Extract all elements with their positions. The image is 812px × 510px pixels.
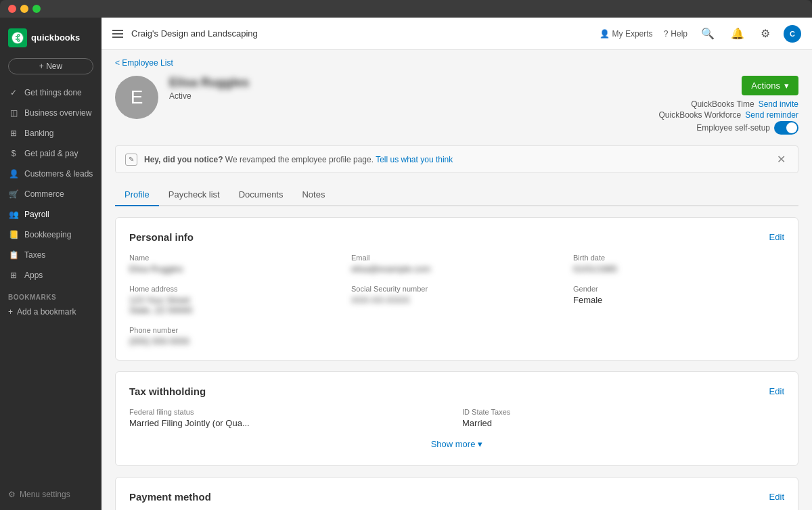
apps-icon: ⊞ [8,270,19,281]
phone-field: Phone number (555) 555-5555 [129,326,340,346]
id-state-taxes-field: ID State Taxes Married [462,408,784,428]
dollar-icon: $ [8,148,19,159]
tab-paycheck-list[interactable]: Paycheck list [159,184,229,206]
actions-label: Actions [751,80,780,91]
sidebar-item-get-paid-pay[interactable]: $ Get paid & pay [0,143,102,164]
add-bookmark-button[interactable]: + Add a bookmark [0,304,102,320]
notice-bold: Hey, did you notice? [144,155,223,164]
sidebar-item-apps[interactable]: ⊞ Apps [0,265,102,285]
phone-label: Phone number [129,326,340,334]
sidebar-item-banking[interactable]: ⊞ Banking [0,123,102,143]
sidebar: quickbooks + New ✓ Get things done ◫ Bus… [0,18,102,510]
sidebar-item-taxes[interactable]: 📋 Taxes [0,245,102,265]
sidebar-logo: quickbooks [0,23,102,58]
chart-icon: ◫ [8,108,19,118]
self-setup-toggle[interactable] [774,121,798,135]
gender-field: Gender Female [573,285,784,315]
sidebar-item-commerce[interactable]: 🛒 Commerce [0,184,102,204]
notice-link[interactable]: Tell us what you think [376,155,453,164]
add-bookmark-label: Add a bookmark [17,307,76,317]
actions-button[interactable]: Actions ▾ [742,76,798,95]
ssn-value: XXX-XX-XXXX [351,295,562,305]
notice-icon: ✎ [125,154,137,166]
payment-method-edit-link[interactable]: Edit [769,492,784,502]
ssn-label: Social Security number [351,285,562,293]
sidebar-item-bookkeeping[interactable]: 📒 Bookkeeping [0,225,102,245]
bookmarks-section-title: BOOKMARKS [0,285,102,304]
sidebar-item-customers-leads[interactable]: 👤 Customers & leads [0,164,102,184]
qb-links: QuickBooks Time Send invite QuickBooks W… [658,99,798,135]
user-avatar[interactable]: C [784,25,801,43]
personal-info-title: Personal info [129,231,194,243]
commerce-icon: 🛒 [8,189,19,200]
notifications-button[interactable]: 🔔 [728,24,747,43]
experts-icon: 👤 [600,29,610,39]
sidebar-item-label: Banking [24,129,53,138]
bell-icon: 🔔 [731,28,744,39]
notice-close-button[interactable]: ✕ [774,153,788,166]
minimize-button[interactable] [20,5,28,13]
home-address-line2: State, ZZ 00000 [129,305,340,315]
qb-workforce-label: QuickBooks Workforce [658,110,741,120]
show-more-label: Show more [431,439,476,449]
bank-icon: ⊞ [8,128,19,139]
id-state-taxes-value: Married [462,418,784,428]
tax-withholding-title: Tax withholding [129,386,206,397]
phone-value: (555) 555-5555 [129,336,340,346]
tab-profile[interactable]: Profile [115,184,159,206]
settings-button[interactable]: ⚙ [758,24,773,43]
employee-info: Elisa Ruggles Active [169,76,658,101]
tab-documents[interactable]: Documents [229,184,293,206]
tab-notes[interactable]: Notes [292,184,334,206]
ssn-field: Social Security number XXX-XX-XXXX [351,285,562,315]
name-label: Name [129,254,340,262]
company-name: Craig's Design and Landscaping [131,28,258,39]
email-label: Email [351,254,562,262]
search-button[interactable]: 🔍 [698,24,717,43]
topbar-right: 👤 My Experts ? Help 🔍 🔔 ⚙ C [600,24,801,43]
menu-settings-label: Menu settings [20,490,70,499]
people-icon: 👤 [8,168,19,179]
home-address-label: Home address [129,285,340,293]
sidebar-item-get-things-done[interactable]: ✓ Get things done [0,83,102,103]
topbar-left: Craig's Design and Landscaping [112,28,600,39]
maximize-button[interactable] [32,5,41,13]
tax-withholding-header: Tax withholding Edit [129,386,784,397]
sidebar-item-label: Taxes [24,250,45,260]
sidebar-item-label: Payroll [24,210,49,219]
tax-withholding-edit-link[interactable]: Edit [769,386,784,396]
self-setup-label: Employee self-setup [696,123,770,133]
personal-info-edit-link[interactable]: Edit [769,232,784,242]
sidebar-item-label: Apps [24,271,43,280]
show-more-button[interactable]: Show more ▾ [129,436,784,452]
help-label: Help [671,29,687,39]
hamburger-button[interactable] [112,30,123,38]
sidebar-item-payroll[interactable]: 👥 Payroll [0,204,102,225]
payment-method-header: Payment method Edit [129,491,784,503]
employee-actions-right: Actions ▾ QuickBooks Time Send invite Qu… [658,76,798,135]
notice-body: We revamped the employee profile page. [225,155,376,164]
menu-settings-button[interactable]: ⚙ Menu settings [0,484,102,505]
send-invite-link[interactable]: Send invite [759,99,798,109]
new-button[interactable]: + New [8,58,93,74]
main-content: Craig's Design and Landscaping 👤 My Expe… [102,18,812,510]
close-button[interactable] [8,5,16,13]
gender-label: Gender [573,285,784,293]
my-experts-button[interactable]: 👤 My Experts [600,29,653,39]
employee-name: Elisa Ruggles [169,76,658,90]
email-value: elisa@example.com [351,264,562,274]
payroll-icon: 👥 [8,209,19,220]
help-button[interactable]: ? Help [664,29,687,39]
email-field: Email elisa@example.com [351,254,562,274]
breadcrumb[interactable]: < Employee List [115,58,798,68]
sidebar-item-business-overview[interactable]: ◫ Business overview [0,103,102,123]
payment-method-title: Payment method [129,491,211,503]
check-icon: ✓ [8,87,19,98]
chevron-down-icon: ▾ [784,80,789,91]
send-reminder-link[interactable]: Send reminder [745,110,798,120]
gear-icon: ⚙ [8,490,16,499]
birth-date-value: 01/01/1985 [573,264,784,274]
home-address-field: Home address 123 Your Street State, ZZ 0… [129,285,340,315]
employee-avatar: E [115,76,158,119]
tax-withholding-card: Tax withholding Edit Federal filing stat… [115,371,798,466]
